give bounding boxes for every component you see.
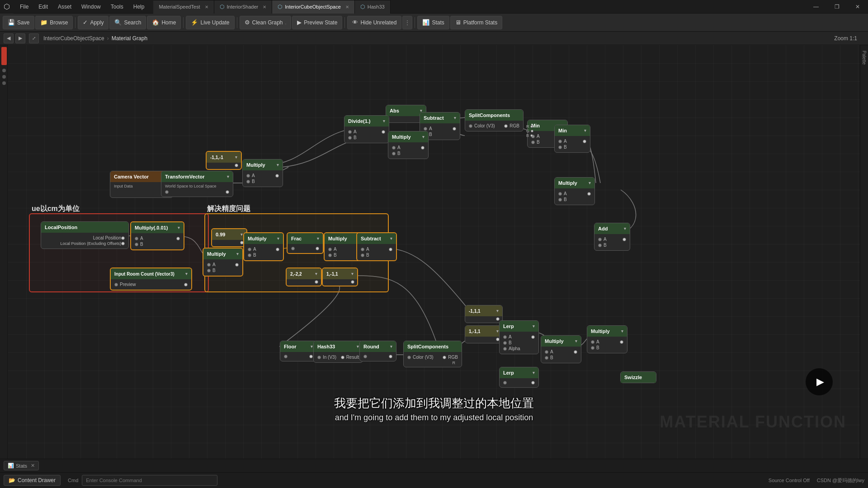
divide-node[interactable]: Divide(1.) ▾ A B (344, 115, 389, 143)
expand-icon[interactable]: ▾ (575, 339, 577, 343)
multiply-far-right-bottom-node[interactable]: Multiply ▾ A B (587, 325, 627, 353)
expand-icon[interactable]: ▾ (584, 128, 586, 133)
expand-icon[interactable]: ▾ (277, 163, 279, 167)
const-neg1-1-1-node[interactable]: -1,1,1 ▾ (465, 305, 503, 323)
split-components-node[interactable]: SplitComponents Color (V3) RGB (465, 109, 524, 131)
tab-interior-cube[interactable]: ⬡ InteriorCubeObjectSpace ✕ (272, 0, 355, 14)
tab-close-icon[interactable]: ✕ (263, 5, 266, 9)
expand-icon[interactable]: ▾ (390, 344, 392, 349)
multiply-top-node[interactable]: Multiply ▾ A B (242, 159, 283, 187)
const-1-neg1-1-node[interactable]: 1,-1,1 ▾ (322, 267, 358, 286)
b-port (598, 244, 602, 247)
const-099-node[interactable]: 0.99 ▾ (211, 228, 247, 247)
expand-icon[interactable]: ▾ (621, 329, 623, 333)
platform-stats-button[interactable]: 🖥 Platform Stats (450, 16, 502, 29)
expand-icon[interactable]: ▾ (422, 135, 425, 139)
transform-vector-node[interactable]: TransformVector ▾ World Space to Local S… (161, 171, 233, 197)
split-components-bottom-node[interactable]: SplitComponents Color (V3) RGB R (403, 341, 462, 367)
minimize-button[interactable]: — (806, 0, 826, 14)
frac-node[interactable]: Frac ▾ (287, 232, 324, 254)
nav-expand-button[interactable]: ⤢ (29, 33, 39, 43)
const-2-neg2-2-node[interactable]: 2,-2,2 ▾ (286, 267, 322, 286)
expand-icon[interactable]: ▾ (390, 236, 392, 241)
expand-icon[interactable]: ▾ (357, 344, 359, 349)
maximize-button[interactable]: ❐ (826, 0, 847, 14)
menu-tools[interactable]: Tools (106, 2, 128, 12)
expand-icon[interactable]: ▾ (235, 155, 237, 160)
round-node[interactable]: Round ▾ (359, 341, 396, 361)
expand-icon[interactable]: ▾ (533, 324, 535, 328)
save-button[interactable]: 💾 Save (3, 16, 34, 29)
expand-icon[interactable]: ▾ (454, 116, 456, 120)
expand-icon[interactable]: ▾ (311, 344, 313, 349)
apply-button[interactable]: ✓ Apply (78, 16, 108, 29)
multiply-og-left-node[interactable]: Multiply ▾ A B (203, 248, 243, 277)
tab-interior-shader[interactable]: ⬡ InteriorShader ✕ (214, 0, 273, 14)
preview-state-button[interactable]: ▶ Preview State (292, 16, 342, 29)
nav-forward-button[interactable]: ▶ (15, 33, 25, 43)
search-button[interactable]: 🔍 Search (109, 16, 146, 29)
subtract-og-node[interactable]: Subtract ▾ A B (356, 232, 397, 261)
expand-icon[interactable]: ▾ (589, 181, 591, 185)
expand-icon[interactable]: ▾ (178, 225, 180, 230)
stats-button[interactable]: 📊 Stats (417, 16, 449, 29)
tab-close-icon[interactable]: ✕ (345, 5, 349, 9)
expand-icon[interactable]: ▾ (496, 329, 499, 333)
multiply-far-right-node[interactable]: Multiply ▾ A B (554, 177, 595, 205)
const-1-neg1-1-bottom-node[interactable]: 1,-1,1 ▾ (465, 325, 503, 343)
add-node[interactable]: Add ▾ A B (594, 223, 630, 251)
multiply-og-center-node[interactable]: Multiply ▾ A B (243, 232, 284, 261)
expand-icon[interactable]: ▾ (533, 371, 535, 375)
tab-hash33[interactable]: ⬡ Hash33 (355, 0, 391, 14)
cmd-input[interactable] (82, 475, 217, 486)
menu-window[interactable]: Window (77, 2, 105, 12)
stats-close-button[interactable]: ✕ (31, 463, 35, 469)
breadcrumb-item-2[interactable]: Material Graph (112, 35, 147, 42)
const-neg1-1-neg1-node[interactable]: -1,1,-1 ▾ (206, 151, 242, 170)
hash33-node[interactable]: Hash33 ▾ In (V3) Result (313, 341, 363, 363)
browse-button[interactable]: 📁 Browse (35, 16, 73, 29)
multiply-001-node[interactable]: Multiply(.0.01) ▾ A B (130, 221, 184, 250)
expand-icon[interactable]: ▾ (315, 272, 317, 276)
breadcrumb-item-1[interactable]: InteriorCubeObjectSpace (43, 35, 104, 42)
content-drawer-button[interactable]: 📂 Content Drawer (4, 475, 61, 486)
expand-icon[interactable]: ▾ (236, 252, 239, 256)
lerp-node[interactable]: Lerp ▾ A B Alpha (499, 320, 539, 354)
multiply-mid-node[interactable]: Multiply ▾ A B (388, 131, 429, 159)
floor-node[interactable]: Floor ▾ (280, 341, 317, 361)
menu-edit[interactable]: Edit (34, 2, 52, 12)
expand-icon[interactable]: ▾ (496, 309, 499, 313)
menu-asset[interactable]: Asset (53, 2, 76, 12)
expand-icon[interactable]: ▾ (383, 119, 385, 123)
a-port (598, 238, 602, 241)
min-far-right-node[interactable]: Min ▾ A B (554, 125, 590, 153)
input-room-count-node[interactable]: Input Room Count (Vector3) ▾ Preview (110, 267, 192, 291)
lerp-bottom-node[interactable]: Lerp ▾ (499, 367, 539, 388)
menu-file[interactable]: File (15, 2, 33, 12)
clean-graph-button[interactable]: ⚙ Clean Graph , (240, 16, 292, 29)
close-button[interactable]: ✕ (847, 0, 868, 14)
expand-icon[interactable]: ▾ (351, 272, 354, 276)
stats-toggle-button[interactable]: 📊 Stats ✕ (4, 461, 39, 470)
more-button[interactable]: ⋮ (402, 16, 412, 29)
home-button[interactable]: 🏠 Home (147, 16, 181, 29)
expand-icon[interactable]: ▾ (277, 236, 279, 241)
local-pos-body: Local Position Local Position (Excluding… (41, 233, 128, 249)
hide-unrelated-button[interactable]: 👁 Hide Unrelated (347, 16, 401, 29)
live-update-button[interactable]: ⚡ Live Update (186, 16, 234, 29)
tab-material-speed-test[interactable]: MaterialSpeedTest ✕ (153, 0, 214, 14)
expand-icon[interactable]: ▾ (241, 232, 243, 237)
tab-close-icon[interactable]: ✕ (205, 5, 208, 9)
video-play-button[interactable] (806, 368, 833, 395)
expand-icon[interactable]: ▾ (624, 226, 626, 231)
lerp-bot-title: Lerp (503, 370, 533, 375)
local-position-node[interactable]: LocalPosition Local Position Local Posit… (41, 221, 129, 249)
menu-help[interactable]: Help (129, 2, 149, 12)
expand-icon[interactable]: ▾ (317, 236, 319, 241)
nav-back-button[interactable]: ◀ (4, 33, 14, 43)
expand-icon[interactable]: ▾ (185, 272, 188, 276)
swizzle-node[interactable]: Swizzle (620, 371, 656, 383)
multiply-bottom-right-node[interactable]: Multiply ▾ A B (541, 335, 581, 363)
graph-canvas[interactable]: ue以cm为单位 解决精度问题 Camera Vector ▾ Input Da… (8, 45, 860, 459)
expand-icon[interactable]: ▾ (227, 174, 229, 179)
